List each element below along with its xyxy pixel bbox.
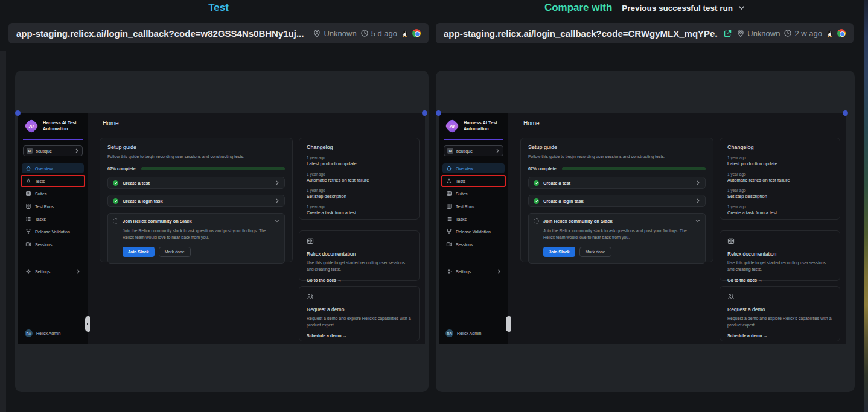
setup-guide-title: Setup guide [528,144,706,150]
slack-item-description: Join the Relicx community slack to ask q… [123,228,278,241]
sidebar-item-sessions: Sessions [442,239,505,249]
page-title: Home [103,120,119,127]
changelog-entry: 1 year ago Create a task from a test [307,204,412,215]
go-to-docs-link: Go to the docs → [727,278,832,282]
compare-url-bar[interactable]: app-staging.relicx.ai/login_callback?cod… [436,23,854,43]
compare-url: app-staging.relicx.ai/login_callback?cod… [444,28,718,39]
changelog-entry: 1 year ago Automatic retries on test fai… [727,172,832,183]
go-to-docs-link: Go to the docs → [307,278,412,282]
slack-item-actions: Join Slack Mark done [543,247,700,257]
chevron-down-icon [738,5,745,10]
compare-run-selector[interactable]: Previous successful test run [622,4,745,13]
progress-label: 67% complete [107,166,136,171]
external-link-icon[interactable] [724,30,732,37]
chevron-left-icon [507,322,509,326]
changelog-card: Changelog 1 year ago Latest production u… [299,138,420,220]
page-header: Home [508,113,846,133]
sidebar-item-tasks: Tasks [22,214,84,224]
location-badge: Unknown [736,29,780,38]
chevron-right-icon [275,198,279,203]
user-name: Relicx Admin [457,331,481,335]
setup-item-create-test: Create a test [107,177,285,189]
request-demo-card: Request a demo Request a demo and explor… [299,286,420,341]
gear-icon [25,268,31,274]
changelog-entry: 1 year ago Latest production update [307,156,412,166]
setup-progress: 67% complete [528,166,706,171]
age-badge: 2 w ago [783,29,822,38]
test-label: Test [208,2,229,14]
changelog-title: Changelog [727,144,832,150]
setup-guide-card: Setup guide Follow this guide to begin r… [100,138,293,262]
location-badge: Unknown [313,29,356,38]
home-icon [25,165,31,171]
request-demo-title: Request a demo [307,306,412,312]
documentation-description: Use this guide to get started recording … [307,260,412,273]
app-main: Home Setup guide Follow this guide to be… [508,113,846,344]
setup-item-create-login-task: Create a login task [528,195,706,207]
video-icon [446,241,452,247]
location-pin-icon [736,29,745,37]
setup-item-create-test: Create a test [528,177,706,189]
setup-guide-title: Setup guide [107,144,285,150]
changelog-card: Changelog 1 year ago Latest production u… [720,138,840,220]
grid-icon [25,191,31,197]
sidebar-item-suites: Suites [442,189,505,198]
chevron-right-icon [75,148,79,153]
people-icon [307,292,314,302]
changelog-entry: 1 year ago Set step description [727,188,832,199]
sidebar-nav: Overview Tests Suites Test Runs Tasks [22,163,84,276]
request-demo-title: Request a demo [727,306,832,312]
user-account: RA Relicx Admin [445,329,481,337]
video-icon [25,241,31,247]
sidebar-item-release-validation: Release Validation [22,227,84,236]
compare-screenshot-panel: AI Harness AI TestAutomation B boutique … [436,71,855,392]
location-pin-icon [313,29,321,37]
sidebar-collapse-handle [85,316,90,332]
unchecked-circle-icon [113,218,118,224]
test-captured-screenshot: AI Harness AI TestAutomation B boutique … [18,113,425,344]
check-circle-icon [534,198,539,204]
chevron-right-icon [497,269,501,274]
diff-region-handle[interactable] [422,110,427,116]
test-url-bar[interactable]: app-staging.relicx.ai/login_callback?cod… [8,23,429,43]
project-name: boutique [456,149,493,153]
progress-bar [562,167,706,170]
sidebar-divider [23,139,83,140]
check-circle-icon [113,198,118,204]
user-avatar: RA [25,329,33,337]
check-circle-icon [534,180,539,186]
project-badge: B [447,148,453,154]
branch-icon [25,229,31,235]
sidebar-item-tests: Tests [22,176,84,186]
columns-icon [446,203,452,209]
request-demo-description: Request a demo and explore Relicx's capa… [727,315,832,329]
documentation-card: Relicx documentation Use this guide to g… [299,230,420,281]
changelog-entry: 1 year ago Create a task from a test [727,204,832,215]
sidebar-item-overview: Overview [22,163,84,173]
harness-logo-icon: AI [444,118,459,133]
sidebar-item-test-runs: Test Runs [22,201,84,211]
project-name: boutique [36,149,72,153]
sidebar-item-test-runs: Test Runs [442,201,505,211]
user-name: Relicx Admin [36,331,60,335]
app-brand: AI Harness AI TestAutomation [439,113,508,136]
flask-icon [446,178,452,184]
brand-name: Harness AI TestAutomation [464,120,497,133]
brand-name: Harness AI TestAutomation [43,120,77,133]
compare-with-label: Compare with [544,2,612,14]
diff-region-handle[interactable] [436,110,441,116]
page-title: Home [523,120,540,127]
chevron-right-icon [696,180,700,185]
book-icon [727,236,735,247]
progress-bar [141,167,285,170]
mark-done-button: Mark done [579,247,611,257]
linux-os-icon [826,29,834,37]
slack-item-header: Join Relicx community on Slack [534,218,700,224]
diff-region-handle[interactable] [843,110,848,116]
diff-region-handle[interactable] [15,110,21,116]
sidebar-item-release-validation: Release Validation [442,227,505,236]
documentation-title: Relicx documentation [727,251,832,257]
unchecked-circle-icon [534,218,539,224]
compare-url-meta: Unknown 2 w ago [736,29,846,38]
chevron-left-icon [86,322,89,326]
